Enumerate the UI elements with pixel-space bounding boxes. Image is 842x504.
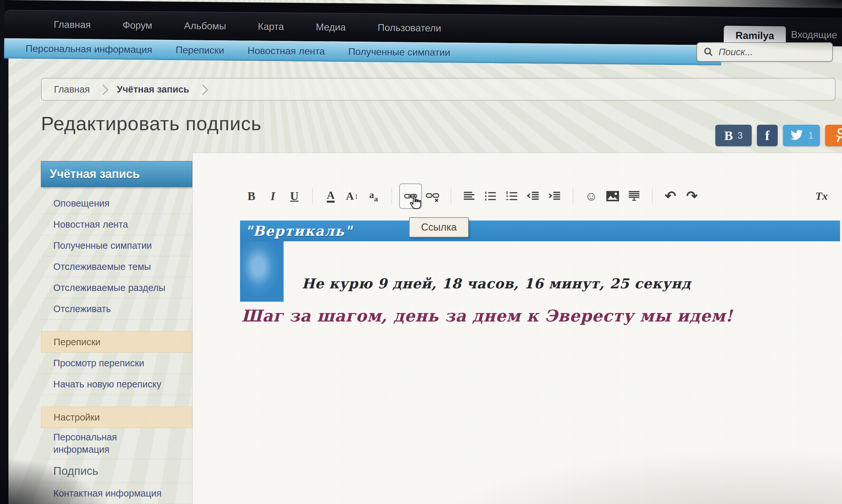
sidebar-item[interactable]: Отслеживать bbox=[41, 299, 192, 320]
sub-nav-item[interactable]: Новостная лента bbox=[248, 45, 325, 57]
media-block-icon bbox=[627, 189, 641, 203]
redo-button[interactable]: ↷ bbox=[681, 184, 703, 208]
vk-share-button[interactable]: В 3 bbox=[715, 125, 752, 146]
facebook-share-button[interactable]: f bbox=[757, 125, 778, 146]
sidebar-item[interactable]: Оповещения bbox=[41, 193, 192, 214]
toolbar-separator bbox=[312, 188, 313, 204]
sidebar-item[interactable]: Подпись bbox=[41, 459, 192, 483]
mouse-hand-cursor bbox=[408, 195, 425, 211]
social-share-bar: В 3 f 1 bbox=[715, 125, 842, 146]
breadcrumb-chevron-icon bbox=[98, 85, 109, 95]
signature-edit-area[interactable]: "Вертикаль" Не курю 9 дней, 18 часов, 16… bbox=[193, 212, 842, 504]
twitter-share-count: 1 bbox=[808, 130, 813, 141]
align-icon bbox=[462, 189, 476, 203]
main-nav-item[interactable]: Медиа bbox=[316, 21, 346, 33]
sub-nav-item[interactable]: Переписки bbox=[175, 44, 224, 56]
undo-icon: ↶ bbox=[665, 189, 676, 203]
font-color-button[interactable]: A bbox=[320, 184, 341, 208]
font-size-button[interactable]: A↕ bbox=[341, 184, 363, 208]
twitter-bird-icon bbox=[789, 130, 804, 141]
signature-smoke-counter-text: Не курю 9 дней, 18 часов, 16 минут, 25 с… bbox=[302, 276, 691, 292]
sub-nav-item[interactable]: Персональная информация bbox=[25, 43, 152, 56]
username-label: Ramilya bbox=[735, 30, 774, 42]
sidebar-item[interactable]: Полученные симпатии bbox=[41, 235, 192, 256]
link-tooltip: Ссылка bbox=[409, 217, 469, 237]
signature-banner-title: "Вертикаль" bbox=[240, 223, 353, 239]
insert-link-button[interactable] bbox=[399, 183, 422, 209]
facebook-icon: f bbox=[765, 128, 770, 143]
inbox-tab[interactable]: Входящие bbox=[791, 29, 840, 40]
sidebar-item[interactable]: Настройки bbox=[41, 407, 192, 428]
toolbar-separator bbox=[391, 188, 392, 204]
image-icon bbox=[606, 190, 620, 203]
outdent-button[interactable] bbox=[523, 184, 544, 208]
indent-button[interactable] bbox=[544, 184, 566, 208]
account-sidebar: Учётная запись Оповещения Новостная лент… bbox=[41, 161, 192, 504]
sidebar-list: Оповещения Новостная лента Полученные си… bbox=[41, 193, 192, 504]
remove-link-button[interactable] bbox=[422, 184, 443, 208]
sidebar-item[interactable]: Отслеживаемые темы bbox=[41, 256, 192, 277]
bullet-list-icon bbox=[484, 189, 497, 203]
remove-format-button[interactable]: Tx bbox=[811, 184, 832, 208]
font-family-button[interactable]: aa bbox=[363, 184, 384, 208]
photo-of-monitor: Главная Форум Альбомы Карта Медиа Пользо… bbox=[0, 0, 842, 504]
signature-banner-image: "Вертикаль" bbox=[240, 220, 840, 241]
breadcrumb-chevron-icon bbox=[197, 85, 208, 95]
redo-icon: ↷ bbox=[686, 189, 697, 203]
numbered-list-icon bbox=[505, 189, 519, 203]
editor-toolbar: B I U A A↕ aa bbox=[193, 180, 842, 212]
odnoklassniki-share-button[interactable] bbox=[825, 125, 842, 146]
insert-image-button[interactable] bbox=[602, 184, 623, 208]
sidebar-header-account[interactable]: Учётная запись bbox=[41, 161, 192, 187]
outdent-icon bbox=[526, 189, 540, 203]
indent-icon bbox=[548, 189, 562, 203]
sidebar-item[interactable]: Новостная лента bbox=[41, 214, 192, 235]
browser-page: Главная Форум Альбомы Карта Медиа Пользо… bbox=[8, 0, 842, 504]
vk-share-count: 3 bbox=[737, 130, 742, 141]
search-placeholder: Поиск... bbox=[719, 47, 753, 57]
toolbar-separator bbox=[652, 188, 652, 204]
toolbar-separator bbox=[451, 188, 451, 204]
undo-button[interactable]: ↶ bbox=[660, 184, 681, 208]
twitter-share-button[interactable]: 1 bbox=[783, 125, 820, 146]
signature-motto-text: Шаг за шагом, день за днем к Эвересту мы… bbox=[241, 306, 733, 325]
toolbar-separator bbox=[573, 188, 573, 204]
font-family-icon: aa bbox=[369, 190, 378, 203]
unlink-icon bbox=[426, 189, 440, 203]
smiley-icon: ☺ bbox=[585, 190, 598, 202]
odnoklassniki-icon bbox=[834, 128, 842, 143]
main-nav-item[interactable]: Альбомы bbox=[184, 20, 226, 32]
breadcrumb: Главная Учётная запись bbox=[41, 78, 836, 101]
remove-format-icon: Tx bbox=[816, 190, 828, 202]
italic-button[interactable]: I bbox=[262, 184, 284, 208]
font-color-icon: A bbox=[327, 190, 335, 203]
bold-button[interactable]: B bbox=[241, 184, 262, 208]
sidebar-item[interactable]: Переписки bbox=[41, 331, 192, 353]
breadcrumb-item[interactable]: Учётная запись bbox=[117, 84, 206, 95]
sub-nav-item[interactable]: Полученные симпатии bbox=[348, 46, 450, 58]
breadcrumb-item[interactable]: Главная bbox=[54, 84, 107, 95]
sidebar-item[interactable]: Начать новую переписку bbox=[41, 374, 192, 395]
media-block-button[interactable] bbox=[623, 184, 645, 208]
font-size-icon: A↕ bbox=[346, 190, 359, 202]
search-input[interactable]: Поиск... bbox=[697, 42, 833, 62]
main-nav-item[interactable]: Главная bbox=[54, 19, 91, 30]
vk-icon: В bbox=[724, 128, 733, 143]
main-nav-item[interactable]: Карта bbox=[258, 21, 284, 32]
search-icon bbox=[703, 47, 714, 57]
sidebar-item[interactable]: Просмотр переписки bbox=[41, 353, 192, 374]
align-button[interactable] bbox=[458, 184, 480, 208]
unordered-list-button[interactable] bbox=[480, 184, 501, 208]
sidebar-item[interactable]: Отслеживаемые разделы bbox=[41, 277, 192, 299]
main-nav-item[interactable]: Пользователи bbox=[377, 22, 441, 34]
sidebar-item[interactable]: Персональная информация bbox=[41, 428, 192, 459]
main-nav-item[interactable]: Форум bbox=[123, 19, 152, 31]
ordered-list-button[interactable] bbox=[501, 184, 523, 208]
page-title: Редактировать подпись bbox=[41, 112, 262, 135]
signature-logo-image bbox=[240, 241, 284, 302]
smiley-button[interactable]: ☺ bbox=[580, 184, 602, 208]
underline-button[interactable]: U bbox=[284, 184, 305, 208]
sidebar-item[interactable]: Контактная информация bbox=[41, 483, 192, 504]
signature-editor-panel: B I U A A↕ aa bbox=[192, 152, 842, 504]
